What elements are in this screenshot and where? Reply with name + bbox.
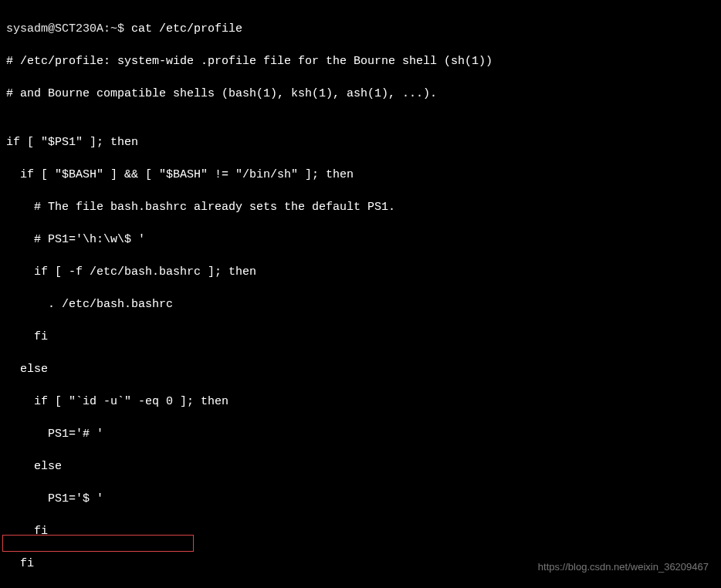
output-line: # /etc/profile: system-wide .profile fil… bbox=[6, 53, 715, 69]
output-line: # The file bash.bashrc already sets the … bbox=[6, 199, 715, 215]
output-line: fi bbox=[6, 523, 715, 539]
output-line: PS1='# ' bbox=[6, 426, 715, 442]
output-line: # and Bourne compatible shells (bash(1),… bbox=[6, 86, 715, 102]
output-line: # PS1='\h:\w\$ ' bbox=[6, 231, 715, 248]
output-line: . /etc/bash.bashrc bbox=[6, 296, 715, 313]
output-line: if [ -f /etc/bash.bashrc ]; then bbox=[6, 264, 715, 280]
output-line: if [ "`id -u`" -eq 0 ]; then bbox=[6, 394, 715, 410]
entered-command: cat /etc/profile bbox=[131, 22, 242, 35]
command-line-1: sysadm@SCT230A:~$ cat /etc/profile bbox=[6, 21, 715, 37]
output-line: if [ "$PS1" ]; then bbox=[6, 134, 715, 150]
output-line: fi bbox=[6, 329, 715, 345]
watermark-text: https://blog.csdn.net/weixin_36209467 bbox=[538, 560, 709, 574]
shell-prompt: sysadm@SCT230A:~$ bbox=[6, 22, 131, 35]
output-line: PS1='$ ' bbox=[6, 491, 715, 507]
output-line: else bbox=[6, 361, 715, 377]
output-line: else bbox=[6, 458, 715, 475]
output-line: if [ "$BASH" ] && [ "$BASH" != "/bin/sh"… bbox=[6, 167, 715, 183]
terminal-output[interactable]: sysadm@SCT230A:~$ cat /etc/profile # /et… bbox=[6, 5, 715, 588]
